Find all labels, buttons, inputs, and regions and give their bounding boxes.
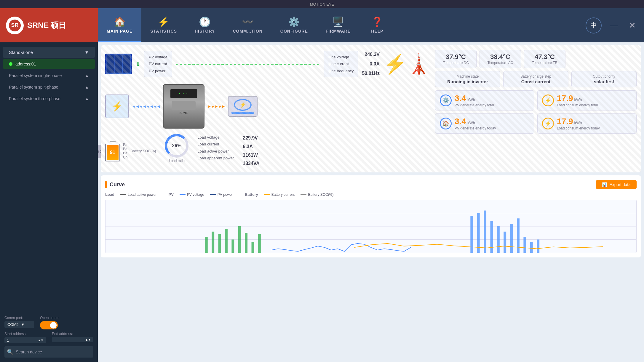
- load-active-value: 1161W: [243, 151, 260, 160]
- house-icon: 🏠: [442, 120, 449, 127]
- search-device-row[interactable]: 🔍 Search device: [4, 346, 93, 358]
- load-labels: Load voltage Load current Load active po…: [197, 134, 234, 168]
- solar-cell: [107, 64, 114, 73]
- expand-icon-2: ▲: [85, 85, 89, 89]
- parallel-split-phase[interactable]: Parallel system split-phase ▲: [3, 82, 95, 92]
- load-bar: [231, 112, 254, 114]
- nav-configure-label: CONFIGURE: [280, 29, 308, 33]
- lightning-icon: ⚡: [545, 97, 551, 104]
- machine-state-row: Machine state Running in inverter Batter…: [435, 71, 637, 87]
- address-item[interactable]: address:01: [3, 59, 95, 69]
- toggle-wrap: [40, 321, 60, 329]
- temp-ac-label: Temperature AC: [486, 61, 515, 65]
- load-today-unit: kWh: [574, 121, 582, 125]
- battery-info-4: Ch: [123, 155, 127, 159]
- inverter-screen: • • •: [170, 89, 197, 98]
- start-addr-label: Start address:: [4, 332, 46, 336]
- svg-rect-14: [484, 211, 486, 253]
- temp-ac-card: 38.4°C Temperature AC: [480, 50, 521, 68]
- logo-abbr: SR: [11, 22, 18, 28]
- pv-today-unit: kWh: [467, 121, 475, 125]
- parallel-single-phase[interactable]: Parallel system single-phase ▲: [3, 70, 95, 81]
- load-today-stat: ⚡ 17.9 kWh Load consum energy today: [537, 113, 637, 134]
- load-today-label: Load consum energy today: [557, 126, 600, 130]
- logo-area: SR SRNE 硕日: [0, 8, 98, 42]
- inverter-label: SRNE: [180, 111, 188, 115]
- load-total-info: 17.9 kWh Load consum energy total: [557, 94, 598, 107]
- solar-panel: [105, 54, 132, 74]
- pv-today-label: PV generate energy today: [455, 126, 496, 130]
- svg-rect-18: [510, 224, 513, 253]
- legend-battery-current-label: Battery current: [271, 193, 295, 197]
- output-priority-card: Output priority solar first: [571, 71, 637, 87]
- configure-icon: ⚙️: [288, 16, 300, 28]
- standalone-dropdown[interactable]: Stand-alone ▼: [3, 47, 95, 58]
- top-flow-row: ⇒ PV voltage PV current PV power: [105, 50, 431, 78]
- pv-today-icon: 🏠: [440, 118, 452, 129]
- content-wrap: ≪: [101, 45, 641, 257]
- pv-voltage-label: PV voltage: [149, 54, 167, 60]
- load-total-value-row: 17.9 kWh: [557, 94, 598, 103]
- right-info-panel: 37.9°C Temperature DC 38.4°C Temperature…: [435, 50, 637, 134]
- load-today-value-row: 17.9 kWh: [557, 117, 600, 126]
- help-icon: ❓: [371, 16, 383, 28]
- pv-today-value: 3.4: [455, 117, 466, 126]
- pv-today-info: 3.4 kWh PV generate energy today: [455, 117, 496, 130]
- nav-firmware-label: FIRMWARE: [326, 29, 351, 33]
- pv-total-info: 3.4 kWh PV generate energy total: [455, 94, 494, 107]
- svg-rect-16: [497, 226, 500, 253]
- parallel-three-phase[interactable]: Parallel system three-phase ▲: [3, 93, 95, 104]
- machine-state-card: Machine state Running in inverter: [435, 71, 500, 87]
- legend-battery-current-dot: [264, 194, 270, 195]
- pv-total-unit: kWh: [467, 97, 475, 102]
- language-button[interactable]: 中: [586, 17, 602, 33]
- nav-help[interactable]: ❓ HELP: [359, 8, 395, 42]
- curve-title: Curve: [105, 181, 125, 188]
- start-addr-input[interactable]: 1 ▲▼: [4, 337, 46, 343]
- load-today-info: 17.9 kWh Load consum energy today: [557, 117, 600, 130]
- nav-configure[interactable]: ⚙️ CONFIGURE: [271, 8, 317, 42]
- nav-statistics[interactable]: ⚡ STATISTICS: [141, 8, 186, 42]
- app-window: SR SRNE 硕日 🏠 MAIN PAGE ⚡ STATISTICS 🕐 HI…: [0, 8, 644, 362]
- pv-today-stat: 🏠 3.4 kWh PV generate energy today: [435, 113, 534, 134]
- close-button[interactable]: ✕: [627, 18, 638, 33]
- battery-labels: Ba Ba Ba Ch: [123, 143, 127, 159]
- end-addr-input[interactable]: ▲▼: [52, 337, 93, 342]
- load-total-unit: kWh: [574, 97, 582, 102]
- temp-dc-card: 37.9°C Temperature DC: [435, 50, 477, 68]
- battery-flow-left: ◄◄◄◄◄◄◄◄: [132, 104, 160, 109]
- load-ratio-section: 26% Load ratio: [165, 134, 188, 168]
- charge-step-card: Battery charge step Const current: [503, 71, 568, 87]
- line-frequency-value: 50.01Hz: [362, 69, 380, 78]
- search-device-label: Search device: [16, 350, 42, 354]
- load-current-value: 6.3A: [243, 142, 260, 151]
- pv-total-value: 3.4: [455, 94, 466, 103]
- nav-comm[interactable]: 〰️ COMM...TION: [224, 8, 271, 42]
- load-ratio-gauge: 26%: [165, 134, 188, 158]
- curve-title-text: Curve: [110, 182, 125, 188]
- comm-icon: 〰️: [242, 16, 254, 28]
- legend-load-active: Load active power: [120, 192, 156, 197]
- end-address-group: End address: ▲▼: [52, 332, 93, 343]
- svg-rect-7: [231, 240, 234, 253]
- export-icon: 📊: [602, 182, 607, 187]
- load-icon: ⚡: [239, 102, 246, 108]
- load-total-stat: ⚡ 17.9 kWh Load consum energy total: [537, 90, 637, 110]
- nav-firmware[interactable]: 🖥️ FIRMWARE: [317, 8, 359, 42]
- nav-main-page[interactable]: 🏠 MAIN PAGE: [98, 8, 141, 42]
- power-tower-icon: ⚡🗼: [383, 53, 431, 75]
- legend-battery-soc-label: Battery SOC(%): [308, 193, 333, 197]
- load-today-icon: ⚡: [542, 118, 554, 129]
- minimize-button[interactable]: —: [608, 18, 621, 33]
- load-ratio-value: 26%: [172, 143, 181, 148]
- load-values: 229.9V 6.3A 1161W 1334VA: [243, 134, 260, 168]
- open-comm-toggle[interactable]: [40, 321, 58, 329]
- svg-rect-10: [252, 242, 254, 253]
- nav-history[interactable]: 🕐 HISTORY: [186, 8, 224, 42]
- export-data-button[interactable]: 📊 Export data: [596, 180, 637, 189]
- end-addr-label: End address:: [52, 332, 93, 336]
- line-info-box: Line voltage Line current Line frequency: [324, 51, 358, 77]
- comm-port-select[interactable]: COM5 ▼: [4, 321, 34, 328]
- online-indicator: [9, 62, 12, 66]
- nav-bar: SR SRNE 硕日 🏠 MAIN PAGE ⚡ STATISTICS 🕐 HI…: [0, 8, 644, 42]
